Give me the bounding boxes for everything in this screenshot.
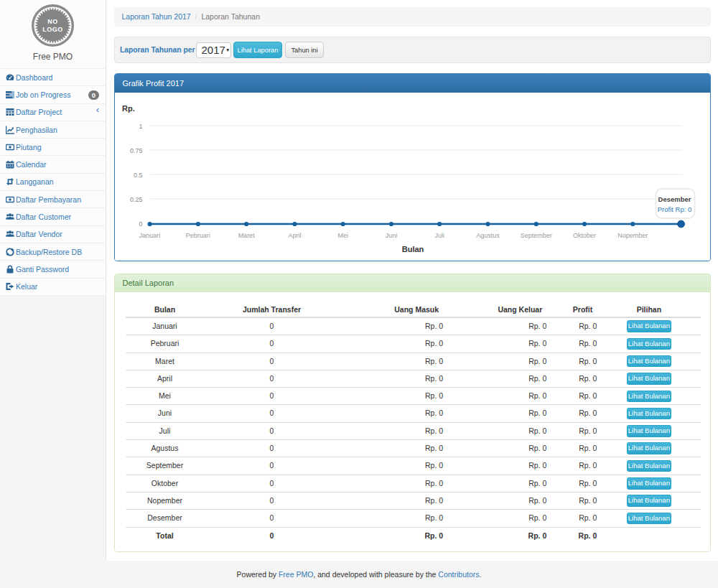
- svg-text:0.25: 0.25: [129, 196, 142, 203]
- svg-text:Bulan: Bulan: [401, 245, 424, 253]
- svg-text:Maret: Maret: [238, 232, 255, 239]
- svg-text:Pebruari: Pebruari: [185, 232, 210, 239]
- svg-text:NO: NO: [47, 18, 58, 25]
- svg-text:Juni: Juni: [385, 232, 397, 239]
- svg-text:Nopember: Nopember: [617, 232, 648, 239]
- svg-text:Agustus: Agustus: [476, 232, 500, 239]
- svg-text:Desember: Desember: [658, 195, 691, 203]
- svg-text:0: 0: [139, 220, 142, 228]
- svg-text:Januari: Januari: [139, 232, 160, 239]
- svg-text:Rp.: Rp.: [122, 104, 135, 113]
- svg-text:April: April: [288, 232, 301, 239]
- svg-text:Mei: Mei: [337, 232, 348, 239]
- svg-text:0.5: 0.5: [133, 172, 142, 179]
- svg-text:September: September: [520, 232, 551, 239]
- svg-text:1: 1: [139, 123, 142, 130]
- svg-text:Juli: Juli: [434, 232, 444, 239]
- svg-text:0.75: 0.75: [129, 147, 142, 154]
- svg-text:Oktober: Oktober: [573, 232, 596, 239]
- svg-text:Profit Rp: 0: Profit Rp: 0: [657, 205, 691, 213]
- svg-text:LOGO: LOGO: [42, 26, 63, 33]
